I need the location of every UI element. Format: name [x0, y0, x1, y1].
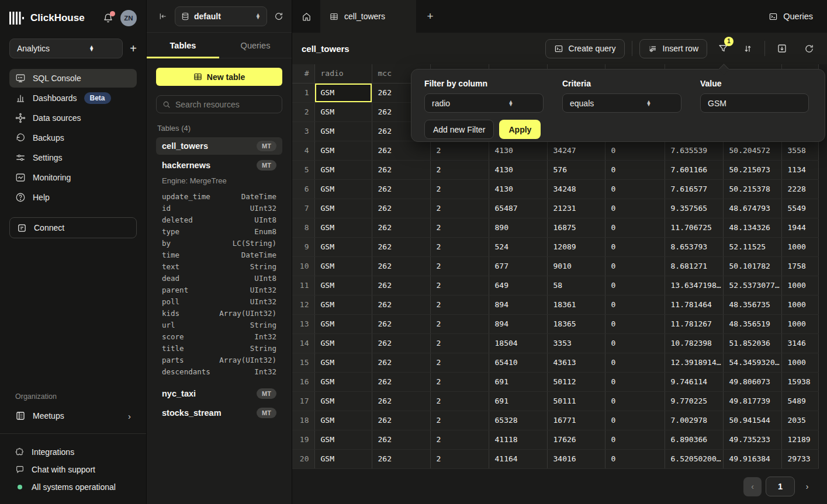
grid-cell[interactable]: 1944	[781, 218, 818, 237]
grid-cell[interactable]: 0	[605, 295, 665, 314]
grid-cell[interactable]: 262	[372, 430, 430, 449]
grid-cell[interactable]: 4130	[489, 160, 547, 179]
grid-cell[interactable]: 2	[430, 179, 489, 199]
collapse-panel-icon[interactable]	[158, 12, 168, 21]
grid-cell[interactable]: 1758	[781, 256, 818, 276]
grid-cell[interactable]: 18365	[547, 314, 605, 333]
grid-cell[interactable]: 18504	[489, 333, 547, 353]
grid-cell[interactable]: 0	[605, 256, 665, 276]
grid-cell[interactable]: 9.770225	[665, 391, 723, 411]
grid-cell[interactable]: 65410	[489, 353, 547, 372]
grid-cell[interactable]: 262	[372, 237, 430, 256]
apply-filter-button[interactable]: Apply	[499, 120, 541, 139]
grid-cell[interactable]: GSM	[314, 314, 372, 333]
grid-cell[interactable]: 4130	[489, 141, 547, 160]
table-item-nyc-taxi[interactable]: nyc_taxi MT	[156, 385, 282, 402]
grid-cell[interactable]: 1000	[781, 237, 818, 256]
grid-cell[interactable]: 50.941544	[723, 411, 781, 430]
grid-cell[interactable]: 262	[372, 179, 430, 199]
grid-cell[interactable]: GSM	[314, 430, 372, 449]
grid-cell[interactable]: 10.782398	[665, 333, 723, 353]
grid-cell[interactable]: 262	[372, 276, 430, 295]
grid-cell[interactable]: GSM	[314, 295, 372, 314]
selected-cell[interactable]: GSM	[314, 83, 372, 102]
tab-cell-towers[interactable]: cell_towers	[320, 0, 416, 33]
download-button[interactable]	[772, 39, 792, 58]
grid-cell[interactable]: 890	[489, 218, 547, 237]
grid-cell[interactable]: 9010	[547, 256, 605, 276]
grid-cell[interactable]: 2035	[781, 411, 818, 430]
grid-cell[interactable]: 9.746114	[665, 372, 723, 391]
sort-button[interactable]	[738, 39, 757, 58]
system-status[interactable]: All systems operational	[9, 478, 137, 496]
sidebar-item-dashboards[interactable]: Dashboards Beta	[9, 89, 137, 107]
grid-cell[interactable]: GSM	[314, 237, 372, 256]
grid-cell[interactable]: 12089	[547, 237, 605, 256]
grid-cell[interactable]: 4130	[489, 179, 547, 199]
workspace-selector[interactable]: Analytics ▲▼	[9, 39, 123, 58]
grid-cell[interactable]: 48.134326	[723, 218, 781, 237]
grid-cell[interactable]: 0	[605, 391, 665, 411]
grid-cell[interactable]: 262	[372, 160, 430, 179]
grid-cell[interactable]: 262	[372, 449, 430, 468]
grid-cell[interactable]: 41164	[489, 449, 547, 468]
grid-cell[interactable]: 0	[605, 430, 665, 449]
grid-cell[interactable]: 0	[605, 333, 665, 353]
grid-cell[interactable]: 58	[547, 276, 605, 295]
grid-cell[interactable]: 1134	[781, 160, 818, 179]
grid-cell[interactable]: GSM	[314, 121, 372, 141]
grid-cell[interactable]: 3146	[781, 333, 818, 353]
grid-cell[interactable]: 262	[372, 141, 430, 160]
grid-cell[interactable]: 262	[372, 353, 430, 372]
grid-cell[interactable]: 0	[605, 160, 665, 179]
connect-button[interactable]: Connect	[9, 217, 137, 238]
grid-cell[interactable]: 8.653793	[665, 237, 723, 256]
grid-cell[interactable]: 49.817739	[723, 391, 781, 411]
grid-cell[interactable]: 34247	[547, 141, 605, 160]
grid-cell[interactable]: 8.681271	[665, 256, 723, 276]
grid-cell[interactable]: 2	[430, 430, 489, 449]
grid-cell[interactable]: 0	[605, 276, 665, 295]
grid-cell[interactable]: 54.3459320…	[723, 353, 781, 372]
grid-cell[interactable]: 2	[430, 353, 489, 372]
grid-cell[interactable]: 48.356519	[723, 314, 781, 333]
grid-cell[interactable]: 649	[489, 276, 547, 295]
grid-cell[interactable]: GSM	[314, 276, 372, 295]
grid-cell[interactable]: 48.674793	[723, 199, 781, 218]
grid-cell[interactable]: 2	[430, 391, 489, 411]
table-item-hackernews[interactable]: hackernews MT	[156, 157, 282, 174]
tab-tables[interactable]: Tables	[147, 33, 219, 58]
grid-cell[interactable]: 7.002978	[665, 411, 723, 430]
grid-cell[interactable]: 41118	[489, 430, 547, 449]
grid-cell[interactable]: GSM	[314, 160, 372, 179]
prev-page-button[interactable]: ‹	[743, 477, 762, 496]
table-item-stocks-stream[interactable]: stocks_stream MT	[156, 404, 282, 422]
grid-cell[interactable]: 894	[489, 295, 547, 314]
grid-cell[interactable]: 1000	[781, 353, 818, 372]
grid-cell[interactable]: 16771	[547, 411, 605, 430]
column-header[interactable]: radio	[314, 64, 372, 83]
grid-cell[interactable]: 2	[430, 314, 489, 333]
grid-cell[interactable]: 15938	[781, 372, 818, 391]
refresh-button[interactable]	[799, 39, 819, 58]
home-tab[interactable]	[292, 0, 320, 33]
grid-cell[interactable]: 50.101782	[723, 256, 781, 276]
filter-button[interactable]: 1	[713, 39, 733, 58]
grid-cell[interactable]: 13.6347198…	[665, 276, 723, 295]
grid-cell[interactable]: 50111	[547, 391, 605, 411]
grid-cell[interactable]: 65328	[489, 411, 547, 430]
grid-cell[interactable]: GSM	[314, 141, 372, 160]
grid-cell[interactable]: 2	[430, 411, 489, 430]
grid-cell[interactable]: 0	[605, 372, 665, 391]
avatar[interactable]: ZN	[120, 10, 137, 26]
grid-cell[interactable]: 0	[605, 199, 665, 218]
grid-cell[interactable]: 2	[430, 276, 489, 295]
integrations-link[interactable]: Integrations	[9, 443, 137, 461]
grid-cell[interactable]: 2	[430, 141, 489, 160]
grid-cell[interactable]: 50.215073	[723, 160, 781, 179]
grid-cell[interactable]: 11.781464	[665, 295, 723, 314]
current-page[interactable]: 1	[766, 477, 795, 496]
queries-button[interactable]: Queries	[755, 0, 827, 33]
grid-cell[interactable]: GSM	[314, 179, 372, 199]
grid-cell[interactable]: 2	[430, 160, 489, 179]
